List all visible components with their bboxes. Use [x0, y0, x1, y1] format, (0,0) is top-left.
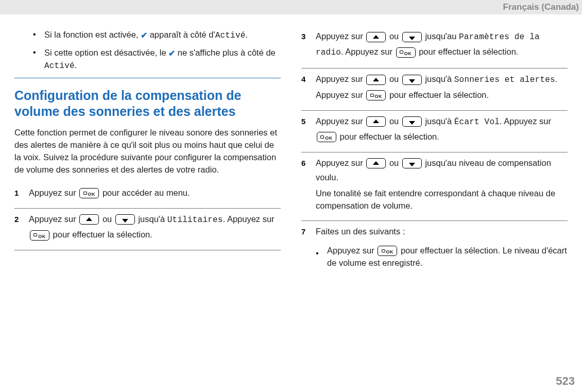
step-number: 3 — [301, 29, 312, 60]
step-7: 7 Faites un des suivants : • Appuyez sur… — [301, 224, 568, 280]
list-item: • Si cette option est désactivée, le ✔ n… — [33, 47, 281, 72]
bullet-text: Si cette option est désactivée, le ✔ ne … — [44, 47, 281, 72]
up-arrow-icon — [366, 158, 386, 168]
bullet-text: Si la fonction est activée, ✔ apparaît à… — [44, 29, 281, 42]
down-arrow-icon — [402, 75, 422, 85]
header-language: Français (Canada) — [503, 2, 579, 12]
list-item: • Si la fonction est activée, ✔ apparaît… — [33, 29, 281, 42]
topbar — [0, 0, 582, 14]
step-text: Faites un des suivants : • Appuyez sur O… — [316, 224, 568, 275]
check-icon: ✔ — [141, 29, 147, 41]
step-divider — [14, 208, 281, 209]
step-number: 6 — [301, 156, 312, 212]
step-1: 1 Appuyez sur OK pour accéder au menu. — [14, 185, 281, 205]
ok-button-icon: OK — [30, 230, 49, 241]
page-number: 523 — [556, 374, 575, 388]
bullet-text: Appuyez sur OK pour effectuer la sélecti… — [327, 245, 568, 269]
ok-button-icon: OK — [366, 90, 386, 100]
step-number: 7 — [301, 224, 312, 275]
step-6: 6 Appuyez sur ou jusqu'au niveau de comp… — [301, 156, 568, 217]
up-arrow-icon — [366, 116, 386, 127]
step-divider — [301, 152, 568, 152]
step-2: 2 Appuyez sur ou jusqu'à Utilitaires. Ap… — [14, 212, 281, 247]
step-divider — [14, 250, 281, 250]
section-heading: Configuration de la compensation de volu… — [14, 88, 281, 120]
section-divider — [14, 78, 281, 78]
down-arrow-icon — [402, 116, 422, 127]
page-content: • Si la fonction est activée, ✔ apparaît… — [0, 14, 582, 285]
step-number: 5 — [301, 114, 312, 144]
intro-paragraph: Cette fonction permet de configurer le n… — [14, 127, 281, 176]
step-text: Appuyez sur ou jusqu'à Utilitaires. Appu… — [29, 212, 281, 242]
down-arrow-icon — [402, 158, 422, 168]
step-divider — [301, 220, 568, 221]
up-arrow-icon — [366, 75, 386, 85]
bullet-icon: • — [33, 47, 38, 72]
step-text: Appuyez sur ou jusqu'à Sonneries et aler… — [316, 72, 568, 101]
step-3: 3 Appuyez sur ou jusqu'au Paramètres de … — [301, 29, 568, 65]
down-arrow-icon — [402, 32, 422, 42]
ok-button-icon: OK — [378, 246, 397, 256]
bullet-icon: • — [33, 29, 38, 42]
down-arrow-icon — [115, 214, 135, 225]
up-arrow-icon — [366, 32, 386, 42]
step-number: 1 — [14, 185, 25, 200]
up-arrow-icon — [79, 214, 99, 225]
step-lead: Faites un des suivants : — [316, 224, 568, 238]
step-text: Appuyez sur ou jusqu'au niveau de compen… — [316, 156, 568, 212]
step-5: 5 Appuyez sur ou jusqu'à Écart Vol. Appu… — [301, 114, 568, 149]
step-4: 4 Appuyez sur ou jusqu'à Sonneries et al… — [301, 72, 568, 107]
ok-button-icon: OK — [317, 132, 336, 142]
step-extra: Une tonalité se fait entendre correspond… — [316, 188, 568, 212]
step-number: 2 — [14, 212, 25, 242]
step-number: 4 — [301, 72, 312, 101]
check-icon: ✔ — [168, 47, 175, 59]
ok-button-icon: OK — [79, 188, 99, 198]
right-column: 3 Appuyez sur ou jusqu'au Paramètres de … — [301, 29, 568, 280]
step-divider — [301, 110, 568, 111]
step-text: Appuyez sur OK pour accéder au menu. — [29, 185, 281, 200]
step-text: Appuyez sur ou jusqu'au Paramètres de la… — [316, 29, 568, 60]
step-text: Appuyez sur ou jusqu'à Écart Vol. Appuye… — [316, 114, 568, 144]
bullet-list: • Si la fonction est activée, ✔ apparaît… — [14, 29, 281, 73]
left-column: • Si la fonction est activée, ✔ apparaît… — [14, 29, 281, 280]
list-item: • Appuyez sur OK pour effectuer la sélec… — [316, 245, 568, 269]
ok-button-icon: OK — [396, 47, 416, 58]
bullet-icon: • — [316, 245, 321, 269]
step-divider — [301, 68, 568, 69]
